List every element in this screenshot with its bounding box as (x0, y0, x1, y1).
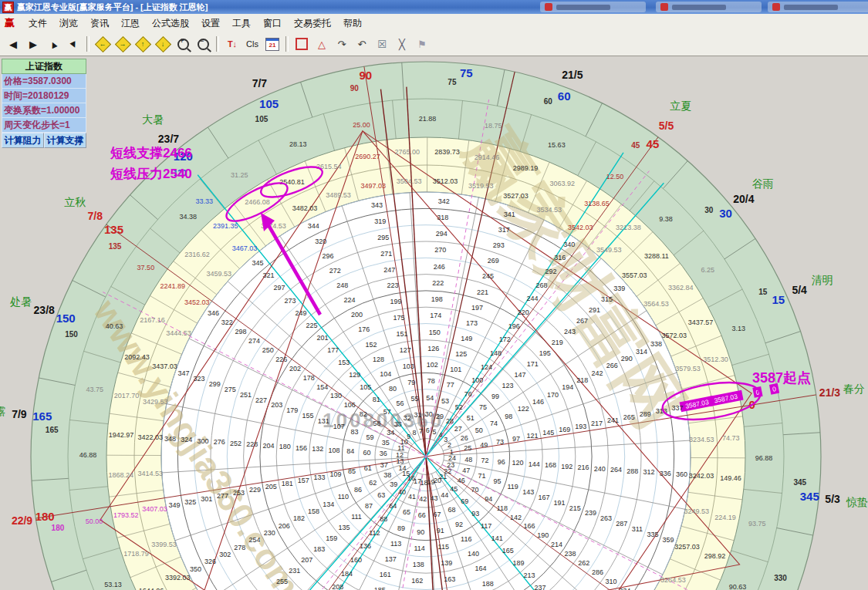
support-annotation: 短线支撑2466 (110, 146, 192, 160)
spiral-number: 155 (302, 412, 313, 420)
degree-ring-label: 75 (448, 78, 457, 86)
outer-degree-label: 135 (104, 223, 123, 236)
calc-support-button[interactable]: 计算支撑 (44, 133, 86, 148)
spiral-number: 270 (434, 246, 446, 254)
rotate-cw-tool[interactable]: ↷ (333, 35, 351, 53)
menu-item-4[interactable]: 公式选股 (146, 15, 195, 32)
spiral-number: 129 (349, 371, 360, 379)
spiral-number: 205 (265, 483, 277, 491)
stamp-tool[interactable]: ⚑ (413, 35, 431, 53)
spiral-number: 184 (341, 570, 353, 578)
arrow-glyph: ← (100, 40, 106, 48)
background-window-tab-1[interactable] (656, 2, 762, 12)
draw-square-tool[interactable] (292, 35, 311, 53)
outer-degree-label: 90 (359, 69, 372, 82)
solar-term-label: 大暑 (142, 113, 164, 126)
spiral-number: 172 (499, 335, 511, 343)
rotate-ccw-tool[interactable]: ↶ (353, 35, 371, 53)
draw-triangle-tool[interactable]: △ (312, 35, 331, 53)
spiral-number: 291 (589, 306, 600, 314)
spiral-number: 343 (371, 201, 383, 209)
cls-button[interactable]: Cls (243, 35, 262, 53)
pointer-up-button[interactable]: ▲ (41, 32, 66, 56)
percent-ring-label: 6.25 (701, 266, 714, 274)
menu-item-9[interactable]: 帮助 (337, 15, 368, 32)
index-info-panel: 上证指数 价格=3587.0300时间=20180129变换系数=1.00000… (2, 59, 86, 148)
spiral-number: 200 (351, 311, 363, 319)
zoom-in-button[interactable]: + (174, 35, 192, 53)
spiral-number: 248 (336, 282, 348, 289)
move-right-button[interactable]: → (113, 35, 132, 53)
background-window-tab-0[interactable] (540, 2, 646, 12)
price-inner-ring-label: 3234.53 (689, 436, 714, 443)
spiral-number: 292 (545, 268, 556, 275)
move-left-button[interactable]: ← (93, 35, 112, 53)
price-inner-ring-label: 3512.03 (433, 177, 458, 185)
price-inner-ring-label: 3242.03 (689, 472, 714, 480)
spiral-number: 359 (663, 536, 674, 544)
spiral-number: 311 (632, 525, 643, 533)
solar-term-label: 谷雨 (752, 177, 774, 190)
menu-item-2[interactable]: 资讯 (84, 15, 115, 32)
move-down-button[interactable]: ↓ (154, 35, 172, 53)
spiral-number: 85 (348, 467, 356, 475)
spiral-number: 167 (538, 494, 549, 501)
spiral-number: 27 (454, 425, 462, 433)
menu-item-7[interactable]: 窗口 (257, 15, 288, 32)
percent-ring-label: 96.88 (755, 454, 773, 462)
blurred-tab-text (672, 5, 726, 10)
time-axis-button[interactable]: T↓ (223, 35, 241, 53)
price-outer-ring-label: 1942.97 (109, 431, 134, 439)
zoom-out-button[interactable]: − (194, 35, 212, 53)
spiral-number: 323 (194, 375, 205, 383)
menu-item-8[interactable]: 交易委托 (288, 15, 337, 32)
spiral-number: 106 (344, 401, 356, 409)
price-inner-ring-label: 3429.53 (143, 398, 168, 406)
menu-item-5[interactable]: 设置 (195, 15, 226, 32)
blurred-tab-text (556, 5, 610, 10)
title-bar[interactable]: 赢 赢家江恩专业版[赢家服务平台] - [上证指数 江恩轮] (0, 0, 868, 14)
spiral-number: 231 (289, 567, 300, 575)
percent-ring-label: 53.13 (104, 581, 122, 588)
page-next-button[interactable]: ▶ (24, 35, 42, 53)
background-window-tab-2[interactable] (768, 2, 868, 12)
spiral-number: 144 (529, 460, 540, 468)
spiral-number: 207 (301, 556, 312, 564)
pointer-down-button[interactable]: ▼ (61, 32, 86, 56)
solar-term-label: 立夏 (670, 99, 691, 112)
background-app-icon (772, 3, 780, 11)
solar-term-label: 清明 (811, 274, 833, 286)
spiral-number: 289 (640, 410, 651, 418)
spiral-number: 238 (565, 550, 576, 558)
calendar-button[interactable]: 21 (263, 35, 282, 53)
page-prev-button[interactable]: ◀ (4, 35, 22, 53)
spiral-number: 319 (374, 217, 386, 225)
spiral-number: 182 (293, 514, 305, 522)
scale-tool[interactable]: ╳ (393, 35, 411, 53)
spiral-number: 34 (387, 429, 394, 437)
menu-item-1[interactable]: 浏览 (53, 15, 84, 32)
spiral-number: 240 (594, 465, 606, 473)
menu-item-6[interactable]: 工具 (226, 15, 257, 32)
menu-item-0[interactable]: 文件 (22, 15, 53, 32)
menu-item-3[interactable]: 江恩 (115, 15, 146, 32)
spiral-number: 79 (407, 379, 415, 386)
spiral-number: 131 (318, 417, 329, 425)
price-outer-ring-label: 2839.73 (434, 148, 460, 156)
move-up-button[interactable]: ↑ (133, 35, 152, 53)
spiral-number: 115 (438, 543, 449, 551)
calc-resistance-button[interactable]: 计算阻力 (2, 133, 44, 148)
spiral-number: 121 (526, 432, 538, 440)
spiral-number: 188 (482, 580, 494, 588)
spiral-number: 86 (354, 486, 362, 494)
gann-wheel-canvas[interactable]: 赢家财富网www.yingjia360.com10080036001530456… (0, 56, 868, 590)
spiral-number: 161 (380, 571, 391, 578)
spiral-number: 249 (295, 309, 306, 317)
spiral-number: 163 (444, 575, 455, 583)
spiral-number: 253 (233, 489, 245, 497)
boxed-cross-tool[interactable]: ☒ (373, 35, 391, 53)
spiral-number: 67 (434, 511, 441, 518)
price-outer-ring-label: 2914.46 (475, 153, 500, 161)
spiral-number: 299 (209, 380, 221, 388)
spiral-number: 69 (461, 497, 468, 505)
